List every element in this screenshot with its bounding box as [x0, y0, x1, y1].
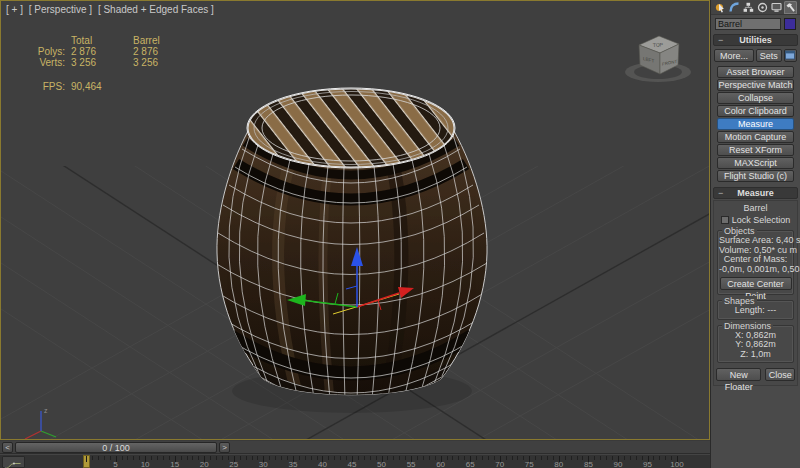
- modify-curve-icon: [731, 4, 739, 12]
- utility-sets-button[interactable]: Sets: [756, 49, 782, 62]
- utilities-toolbar: More... Sets: [711, 46, 800, 64]
- time-slider-handle[interactable]: 0 / 100: [15, 442, 217, 453]
- length-value: ---: [767, 305, 776, 315]
- configure-window-icon: [785, 50, 795, 60]
- tick-label: 45: [347, 460, 356, 468]
- shapes-group: Shapes Length: ---: [717, 300, 794, 320]
- dimension-z-label: Z:: [740, 349, 748, 359]
- utility-collapse[interactable]: Collapse: [717, 92, 794, 104]
- barrel-object[interactable]: [215, 88, 487, 413]
- surface-area-label: Surface Area:: [719, 235, 774, 245]
- measured-object-name: Barrel: [716, 203, 795, 213]
- command-panel: Barrel − Utilities More... Sets Asset Br…: [710, 0, 800, 468]
- configure-button-sets-button[interactable]: [784, 49, 797, 62]
- dimension-x-label: X:: [735, 330, 744, 340]
- svg-text:z: z: [44, 407, 48, 414]
- more-utilities-button[interactable]: More...: [714, 49, 754, 62]
- utility-measure[interactable]: Measure: [717, 118, 794, 130]
- 3dsmax-window: { "viewport": { "label": { "maximize": "…: [0, 0, 800, 468]
- tick-label: 55: [407, 460, 416, 468]
- viewport-pov-menu[interactable]: [ Perspective ]: [29, 4, 92, 15]
- stats-polys-label: Polys:: [29, 46, 69, 57]
- stats-verts-object: 3 256: [133, 57, 193, 68]
- dimensions-group-title: Dimensions: [722, 321, 773, 331]
- time-controls-area: < 0 / 100 > 5101520253035404550556065707…: [0, 440, 710, 468]
- close-button[interactable]: Close: [765, 368, 795, 381]
- utility-flight-studio[interactable]: Flight Studio (c): [717, 170, 794, 182]
- tab-hierarchy[interactable]: [742, 1, 755, 14]
- tick-label: 5: [113, 460, 117, 468]
- tick-label: 65: [466, 460, 475, 468]
- collapse-icon: −: [718, 35, 723, 45]
- utilities-rollout-header[interactable]: − Utilities: [713, 34, 798, 46]
- measure-rollout-body: Barrel Lock Selection Objects Surface Ar…: [713, 200, 798, 386]
- length-label: Length:: [735, 305, 765, 315]
- tick-label: 35: [288, 460, 297, 468]
- world-axis-tripod: xyz: [18, 407, 62, 439]
- viewcube[interactable]: TOP LEFT FRONT: [619, 25, 699, 91]
- stats-verts-total: 3 256: [71, 57, 131, 68]
- track-bar[interactable]: 5101520253035404550556065707580859095100: [0, 454, 710, 468]
- objects-group: Objects Surface Area: 6,40 sq m Volume: …: [717, 230, 794, 295]
- command-panel-tabs: [711, 0, 800, 15]
- tick-label: 30: [259, 460, 268, 468]
- lock-selection-checkbox[interactable]: [721, 216, 729, 224]
- utility-color-clipboard[interactable]: Color Clipboard: [717, 105, 794, 117]
- tab-create[interactable]: [714, 1, 727, 14]
- dimension-y-label: Y:: [735, 339, 743, 349]
- dimensions-group: Dimensions X: 0,862m Y: 0,862m Z: 1,0m: [717, 325, 794, 364]
- viewport-label: [ + ] [ Perspective ] [ Shaded + Edged F…: [6, 4, 217, 15]
- volume-value: 0,50* cu m: [754, 245, 797, 255]
- utilities-hammer-icon: [785, 2, 796, 13]
- trackbar-ruler[interactable]: 5101520253035404550556065707580859095100: [0, 455, 710, 468]
- measure-rollout-title: Measure: [737, 188, 774, 198]
- viewport-maximize-menu[interactable]: [ + ]: [6, 4, 23, 15]
- tick-label: 10: [141, 460, 150, 468]
- tick-label: 60: [436, 460, 445, 468]
- svg-text:y: y: [58, 438, 62, 439]
- object-name-field[interactable]: Barrel: [715, 18, 781, 30]
- utilities-rollout-title: Utilities: [739, 35, 772, 45]
- lock-selection-row[interactable]: Lock Selection: [716, 215, 795, 225]
- volume-label: Volume:: [719, 245, 752, 255]
- time-slider[interactable]: < 0 / 100 >: [0, 441, 710, 454]
- object-color-swatch[interactable]: [784, 18, 796, 30]
- stats-polys-total: 2 876: [71, 46, 131, 57]
- collapse-icon: −: [718, 188, 723, 198]
- measure-rollout-header[interactable]: − Measure: [713, 187, 798, 199]
- tab-motion[interactable]: [756, 1, 769, 14]
- tick-label: 90: [613, 460, 622, 468]
- perspective-viewport[interactable]: xyz [ + ] [ Perspective ] [ Shaded + Edg…: [0, 0, 710, 440]
- surface-area-value: 6,40 sq m: [776, 235, 800, 245]
- create-center-point-button[interactable]: Create Center Point: [720, 277, 792, 290]
- viewcube-top-label: TOP: [653, 41, 664, 48]
- hierarchy-boxes-icon: [743, 2, 754, 13]
- tab-utilities[interactable]: [784, 1, 797, 14]
- tick-label: 100: [670, 460, 683, 468]
- stats-col-object: Barrel: [133, 35, 193, 46]
- object-name-row: Barrel: [711, 15, 800, 32]
- utility-motion-capture[interactable]: Motion Capture: [717, 131, 794, 143]
- utility-perspective-match[interactable]: Perspective Match: [717, 79, 794, 91]
- stats-fps-label: FPS:: [29, 81, 69, 92]
- lock-selection-label: Lock Selection: [732, 215, 791, 225]
- tick-label: 85: [584, 460, 593, 468]
- tick-label: 80: [554, 460, 563, 468]
- tick-label: 25: [229, 460, 238, 468]
- objects-group-title: Objects: [722, 226, 757, 236]
- tab-display[interactable]: [770, 1, 783, 14]
- utility-asset-browser[interactable]: Asset Browser: [717, 66, 794, 78]
- display-monitor-icon: [771, 2, 782, 13]
- new-floater-button[interactable]: New Floater: [716, 368, 761, 381]
- stats-polys-object: 2 876: [133, 46, 193, 57]
- utility-maxscript[interactable]: MAXScript: [717, 157, 794, 169]
- tick-label: 40: [318, 460, 327, 468]
- viewport-shading-menu[interactable]: [ Shaded + Edged Faces ]: [98, 4, 214, 15]
- tick-label: 75: [525, 460, 534, 468]
- previous-frame-button[interactable]: <: [2, 442, 13, 453]
- tick-label: 15: [170, 460, 179, 468]
- utility-reset-xform[interactable]: Reset XForm: [717, 144, 794, 156]
- shapes-group-title: Shapes: [722, 296, 757, 306]
- next-frame-button[interactable]: >: [219, 442, 230, 453]
- tab-modify[interactable]: [728, 1, 741, 14]
